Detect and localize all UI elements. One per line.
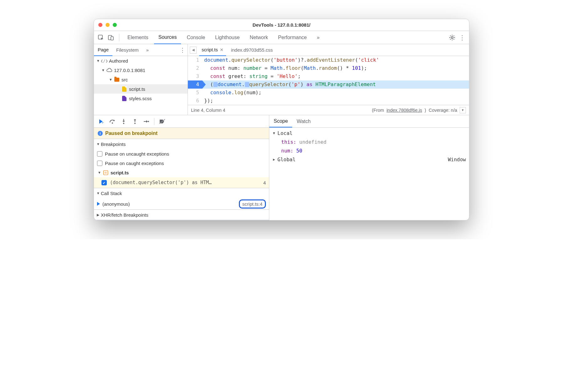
pause-caught-row[interactable]: Pause on caught exceptions bbox=[94, 158, 269, 168]
tree-file-styles[interactable]: styles.scss bbox=[94, 94, 188, 103]
tab-sources[interactable]: Sources bbox=[154, 31, 181, 44]
code-content: const greet: string = 'Hello'; bbox=[202, 72, 469, 80]
code-line[interactable]: 5 console.log(num); bbox=[188, 89, 469, 97]
cursor-position: Line 4, Column 4 bbox=[191, 108, 225, 113]
step-out-icon[interactable] bbox=[132, 118, 138, 125]
code-line[interactable]: 3 const greet: string = 'Hello'; bbox=[188, 72, 469, 80]
scope-global[interactable]: ▶Global Window bbox=[272, 155, 466, 164]
editor-tab-label: script.ts bbox=[202, 47, 218, 52]
main-toolbar: Elements Sources Console Lighthouse Netw… bbox=[94, 31, 469, 44]
svg-point-7 bbox=[148, 121, 149, 122]
nav-menu-icon[interactable]: ⋮ bbox=[178, 47, 188, 54]
step-into-icon[interactable] bbox=[120, 118, 127, 125]
close-tab-icon[interactable]: ✕ bbox=[220, 47, 224, 52]
titlebar: DevTools - 127.0.0.1:8081/ bbox=[94, 19, 469, 31]
kebab-menu-icon[interactable]: ⋮ bbox=[458, 33, 467, 42]
code-line[interactable]: 2 const num: number = Math.floor(Math.ra… bbox=[188, 64, 469, 72]
tree-folder-label: src bbox=[121, 77, 128, 82]
tabs-overflow[interactable]: » bbox=[312, 31, 324, 44]
tab-lighthouse[interactable]: Lighthouse bbox=[211, 31, 244, 44]
line-number[interactable]: 2 bbox=[188, 64, 202, 72]
scope-global-value: Window bbox=[448, 155, 466, 164]
window-title: DevTools - 127.0.0.1:8081/ bbox=[94, 22, 469, 28]
var-key: num: bbox=[281, 147, 293, 155]
frame-location[interactable]: script.ts:4 bbox=[239, 199, 266, 209]
nav-tab-page[interactable]: Page bbox=[94, 44, 112, 56]
editor-tab-css[interactable]: index.d9703d55.css bbox=[229, 44, 275, 56]
close-window-icon[interactable] bbox=[98, 23, 102, 27]
var-key: this: bbox=[281, 138, 296, 147]
tab-watch[interactable]: Watch bbox=[292, 115, 315, 127]
inspect-icon[interactable] bbox=[96, 33, 105, 42]
editor-tab-script[interactable]: script.ts ✕ bbox=[199, 44, 226, 56]
paused-text: Paused on breakpoint bbox=[105, 131, 158, 136]
nav-tabs-overflow[interactable]: » bbox=[142, 44, 152, 56]
breakpoint-item[interactable]: ✔ (document.querySelector('p') as HTM… 4 bbox=[94, 177, 269, 188]
callstack-header[interactable]: ▼Call Stack bbox=[94, 188, 269, 198]
tab-console[interactable]: Console bbox=[182, 31, 209, 44]
device-toggle-icon[interactable] bbox=[106, 33, 115, 42]
tree-root-label: Authored bbox=[109, 58, 128, 64]
frame-name: (anonymous) bbox=[102, 201, 130, 207]
checkbox-checked-icon[interactable]: ✔ bbox=[101, 180, 107, 185]
xhr-breakpoints-header[interactable]: ▶XHR/fetch Breakpoints bbox=[94, 210, 269, 220]
nav-history-icon[interactable]: ◀ bbox=[190, 47, 197, 54]
nav-tab-filesystem[interactable]: Filesystem bbox=[112, 44, 142, 56]
tree-file-script[interactable]: script.ts bbox=[94, 84, 188, 94]
tree-root[interactable]: ▼ ❮/❯ Authored bbox=[94, 56, 188, 65]
editor-area: 1document.querySelector('button')?.addEv… bbox=[188, 56, 469, 115]
code-line[interactable]: 4 (document.querySelector('p') as HTMLPa… bbox=[188, 80, 469, 89]
breakpoints-header[interactable]: ▼Breakpoints bbox=[94, 139, 269, 149]
line-number[interactable]: 6 bbox=[188, 97, 202, 105]
step-icon[interactable] bbox=[143, 118, 150, 125]
coverage-status: Coverage: n/a bbox=[429, 108, 457, 113]
zoom-window-icon[interactable] bbox=[113, 23, 117, 27]
traffic-lights bbox=[98, 23, 117, 27]
minimize-window-icon[interactable] bbox=[106, 23, 110, 27]
checkbox-icon[interactable] bbox=[97, 161, 102, 166]
tree-host[interactable]: ▼ 127.0.0.1:8081 bbox=[94, 65, 188, 75]
line-number[interactable]: 4 bbox=[188, 80, 202, 89]
line-number[interactable]: 1 bbox=[188, 56, 202, 64]
code-content: const num: number = Math.floor(Math.rand… bbox=[202, 64, 469, 72]
pause-uncaught-row[interactable]: Pause on uncaught exceptions bbox=[94, 149, 269, 158]
debugger-panel: i Paused on breakpoint ▼Breakpoints Paus… bbox=[94, 115, 269, 220]
scope-local-label: Local bbox=[277, 129, 292, 138]
tab-scope[interactable]: Scope bbox=[269, 115, 292, 127]
file-tree: ▼ ❮/❯ Authored ▼ 127.0.0.1:8081 ▼ src sc… bbox=[94, 56, 188, 115]
code-content: }); bbox=[202, 97, 469, 105]
svg-point-5 bbox=[123, 123, 124, 124]
resume-icon[interactable] bbox=[98, 118, 105, 125]
source-map-link[interactable]: index.7808df6e.js bbox=[386, 108, 422, 113]
editor-menu-icon[interactable]: ▾ bbox=[460, 107, 466, 113]
code-icon: ❮/❯ bbox=[101, 58, 107, 64]
cloud-icon bbox=[106, 67, 112, 73]
callstack-frame[interactable]: (anonymous) script.ts:4 bbox=[94, 198, 269, 209]
tab-network[interactable]: Network bbox=[245, 31, 272, 44]
code-line[interactable]: 1document.querySelector('button')?.addEv… bbox=[188, 56, 469, 64]
breakpoint-file-group[interactable]: ▼ script.ts bbox=[94, 168, 269, 177]
debugger-toolbar bbox=[94, 115, 269, 128]
devtools-window: DevTools - 127.0.0.1:8081/ Elements Sour… bbox=[94, 19, 469, 220]
tree-folder-src[interactable]: ▼ src bbox=[94, 75, 188, 84]
code-editor[interactable]: 1document.querySelector('button')?.addEv… bbox=[188, 56, 469, 105]
code-content: console.log(num); bbox=[202, 89, 469, 97]
scope-local[interactable]: ▼Local bbox=[272, 129, 466, 138]
settings-icon[interactable] bbox=[448, 33, 457, 42]
scope-panel: Scope Watch ▼Local this: undefined num: … bbox=[269, 115, 469, 220]
breakpoint-file-icon bbox=[103, 170, 108, 175]
tab-elements[interactable]: Elements bbox=[123, 31, 153, 44]
code-line[interactable]: 6}); bbox=[188, 97, 469, 105]
deactivate-breakpoints-icon[interactable] bbox=[159, 118, 166, 125]
line-number[interactable]: 3 bbox=[188, 72, 202, 80]
step-over-icon[interactable] bbox=[109, 118, 116, 125]
scope-var-num[interactable]: num: 50 bbox=[272, 147, 466, 155]
tab-performance[interactable]: Performance bbox=[274, 31, 311, 44]
code-content: document.querySelector('button')?.addEve… bbox=[202, 56, 469, 64]
from-prefix: (From bbox=[372, 108, 384, 113]
folder-icon bbox=[114, 77, 120, 82]
checkbox-icon[interactable] bbox=[97, 151, 102, 157]
line-number[interactable]: 5 bbox=[188, 89, 202, 97]
scope-var-this[interactable]: this: undefined bbox=[272, 138, 466, 147]
paused-banner: i Paused on breakpoint bbox=[94, 128, 269, 139]
